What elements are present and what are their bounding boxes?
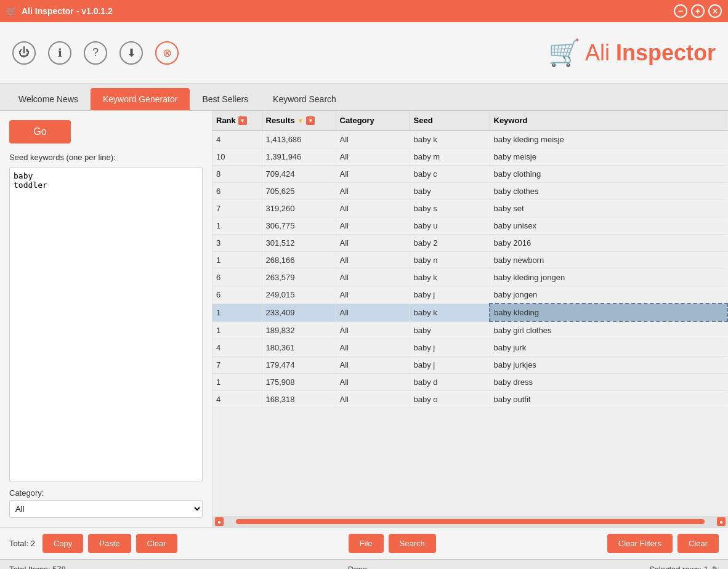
tab-keyword-search[interactable]: Keyword Search: [261, 88, 349, 110]
logo: 🛒 Ali Inspector: [548, 38, 716, 68]
clear-button[interactable]: Clear: [677, 534, 719, 553]
cell-rank: 6: [212, 269, 262, 286]
power-icon[interactable]: ⏻: [12, 41, 36, 65]
cell-results: 1,413,686: [262, 131, 336, 148]
cell-keyword: baby clothes: [490, 183, 727, 200]
file-button[interactable]: File: [349, 534, 384, 553]
rank-sort-button[interactable]: ▼: [238, 116, 247, 125]
results-sort-button[interactable]: ▼: [306, 116, 315, 125]
header-close-icon[interactable]: ⊗: [155, 41, 179, 65]
close-button[interactable]: ×: [708, 4, 722, 18]
col-rank: Rank ▼: [212, 111, 262, 131]
table-row[interactable]: 6263,579Allbaby kbaby kleding jongen: [212, 269, 727, 286]
cell-rank: 7: [212, 200, 262, 217]
scroll-right-button[interactable]: ●: [717, 517, 726, 526]
go-button[interactable]: Go: [9, 120, 71, 143]
table-row[interactable]: 1175,908Allbaby dbaby dress: [212, 374, 727, 391]
table-row[interactable]: 3301,512Allbaby 2baby 2016: [212, 235, 727, 252]
cell-keyword: baby jurk: [490, 339, 727, 357]
cell-rank: 3: [212, 235, 262, 252]
search-button[interactable]: Search: [389, 534, 436, 553]
cell-results: 179,474: [262, 357, 336, 374]
cell-rank: 4: [212, 339, 262, 357]
table-row[interactable]: 41,413,686Allbaby kbaby kleding meisje: [212, 131, 727, 148]
paste-button[interactable]: Paste: [88, 534, 131, 553]
copy-button[interactable]: Copy: [42, 534, 83, 553]
download-icon[interactable]: ⬇: [119, 41, 143, 65]
table-row[interactable]: 6705,625Allbabybaby clothes: [212, 183, 727, 200]
table-row[interactable]: 1268,166Allbaby nbaby newborn: [212, 252, 727, 269]
logo-ali: Ali: [585, 40, 610, 65]
tab-best-sellers[interactable]: Best Sellers: [190, 88, 261, 110]
total-label: Total: 2: [9, 539, 35, 548]
header-icons: ⏻ ℹ ? ⬇ ⊗: [12, 41, 179, 65]
seed-keywords-input[interactable]: baby toddler: [9, 167, 203, 482]
tab-keyword-generator[interactable]: Keyword Generator: [91, 88, 190, 110]
cell-seed: baby 2: [410, 235, 490, 252]
tab-welcome-news[interactable]: Welcome News: [6, 88, 91, 110]
scroll-left-button[interactable]: ●: [215, 517, 224, 526]
cell-results: 301,512: [262, 235, 336, 252]
col-seed: Seed: [410, 111, 490, 131]
cell-results: 705,625: [262, 183, 336, 200]
tabs: Welcome News Keyword Generator Best Sell…: [0, 84, 728, 111]
table-row[interactable]: 1306,775Allbaby ubaby unisex: [212, 217, 727, 235]
cell-keyword: baby dress: [490, 374, 727, 391]
cell-results: 189,832: [262, 321, 336, 339]
app-title: 🛒 Ali Inspector - v1.0.1.2: [6, 6, 113, 16]
clear-left-button[interactable]: Clear: [136, 534, 177, 553]
right-panel: Rank ▼ Results ▼ ▼ Catego: [212, 111, 728, 527]
cell-keyword: baby meisje: [490, 148, 727, 166]
table-row[interactable]: 1189,832Allbabybaby girl clothes: [212, 321, 727, 339]
logo-text: Ali Inspector: [585, 40, 716, 66]
table-row[interactable]: 6249,015Allbaby jbaby jongen: [212, 286, 727, 304]
cell-seed: baby j: [410, 339, 490, 357]
help-icon[interactable]: ?: [84, 41, 107, 65]
cell-seed: baby u: [410, 217, 490, 235]
cell-rank: 1: [212, 304, 262, 321]
cell-rank: 1: [212, 321, 262, 339]
info-icon[interactable]: ℹ: [48, 41, 71, 65]
cell-results: 175,908: [262, 374, 336, 391]
horizontal-scrollbar[interactable]: ● ●: [212, 516, 728, 527]
title-bar: 🛒 Ali Inspector - v1.0.1.2 − + ×: [0, 0, 728, 22]
cell-rank: 7: [212, 357, 262, 374]
cell-results: 319,260: [262, 200, 336, 217]
table-row[interactable]: 7319,260Allbaby sbaby set: [212, 200, 727, 217]
table-row[interactable]: 1233,409Allbaby kbaby kleding: [212, 304, 727, 321]
cell-category: All: [336, 304, 410, 321]
col-keyword: Keyword: [490, 111, 727, 131]
table-row[interactable]: 4168,318Allbaby obaby outfit: [212, 391, 727, 408]
bottom-toolbar: Total: 2 Copy Paste Clear File Search Cl…: [0, 527, 728, 559]
cell-category: All: [336, 357, 410, 374]
cell-rank: 1: [212, 252, 262, 269]
cell-results: 268,166: [262, 252, 336, 269]
app-icon: 🛒: [6, 6, 17, 16]
header: ⏻ ℹ ? ⬇ ⊗ 🛒 Ali Inspector: [0, 22, 728, 84]
table-row[interactable]: 4180,361Allbaby jbaby jurk: [212, 339, 727, 357]
cell-rank: 10: [212, 148, 262, 166]
table-container[interactable]: Rank ▼ Results ▼ ▼ Catego: [212, 111, 728, 516]
table-row[interactable]: 8709,424Allbaby cbaby clothing: [212, 166, 727, 183]
cell-results: 1,391,946: [262, 148, 336, 166]
cell-rank: 6: [212, 286, 262, 304]
cell-rank: 8: [212, 166, 262, 183]
table-row[interactable]: 101,391,946Allbaby mbaby meisje: [212, 148, 727, 166]
cell-seed: baby c: [410, 166, 490, 183]
minimize-button[interactable]: −: [674, 4, 687, 18]
clear-filters-button[interactable]: Clear Filters: [607, 534, 673, 553]
cell-rank: 4: [212, 131, 262, 148]
cell-keyword: baby jurkjes: [490, 357, 727, 374]
category-label: Category:: [9, 488, 203, 498]
maximize-button[interactable]: +: [691, 4, 705, 18]
category-select[interactable]: All Electronics Clothing Baby Toys: [9, 500, 203, 518]
cell-category: All: [336, 200, 410, 217]
cell-category: All: [336, 391, 410, 408]
cell-category: All: [336, 166, 410, 183]
logo-inspector: Inspector: [616, 40, 716, 65]
table-row[interactable]: 7179,474Allbaby jbaby jurkjes: [212, 357, 727, 374]
cell-category: All: [336, 252, 410, 269]
cell-category: All: [336, 374, 410, 391]
seed-label: Seed keywords (one per line):: [9, 153, 203, 162]
total-items: Total Items: 578: [9, 565, 66, 569]
